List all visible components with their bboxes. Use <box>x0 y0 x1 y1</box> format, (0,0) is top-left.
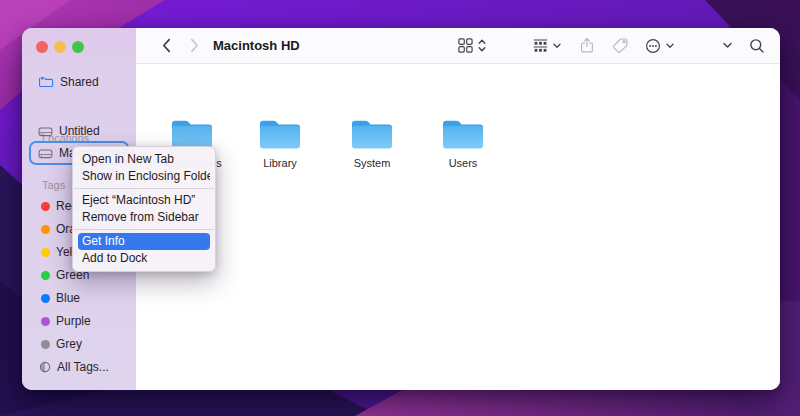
file-browser-area[interactable]: Applications Library System <box>136 64 780 390</box>
folder-label: System <box>354 157 391 169</box>
desktop: Shared Locations Untitled <box>0 0 800 416</box>
context-menu-item[interactable]: Remove from Sidebar <box>78 209 210 226</box>
minimize-window-button[interactable] <box>54 41 66 53</box>
tag-icon[interactable] <box>611 28 629 63</box>
zoom-window-button[interactable] <box>72 41 84 53</box>
sidebar-item-tag[interactable]: Purple <box>22 311 136 331</box>
hard-drive-icon <box>38 126 53 137</box>
folder-item[interactable]: System <box>330 116 414 169</box>
sidebar-item-shared[interactable]: Shared <box>22 72 136 92</box>
back-button[interactable] <box>157 28 175 63</box>
context-menu-item[interactable]: Show in Enclosing Folder <box>78 168 210 185</box>
tag-color-dot-icon <box>41 248 50 257</box>
window-title: Macintosh HD <box>213 28 300 63</box>
folder-icon <box>440 116 486 152</box>
folder-label: Library <box>263 157 297 169</box>
context-menu-separator <box>74 229 214 230</box>
sidebar-item-label: Blue <box>56 291 80 305</box>
group-by-chevron-icon[interactable] <box>552 28 562 63</box>
toolbar-overflow-chevron-icon[interactable] <box>721 28 733 63</box>
tag-color-dot-icon <box>41 271 50 280</box>
sidebar-item-label: All Tags... <box>57 360 109 374</box>
more-options-icon[interactable] <box>644 28 662 63</box>
context-menu-item[interactable]: Eject “Macintosh HD” <box>78 192 210 209</box>
sidebar-section-tags: Tags <box>42 179 65 191</box>
share-icon[interactable] <box>578 28 596 63</box>
sidebar-item-tag[interactable]: All Tags... <box>22 357 136 377</box>
context-menu: Open in New Tab Show in Enclosing Folder… <box>72 146 216 272</box>
close-window-button[interactable] <box>36 41 48 53</box>
sidebar-item-label: Untitled <box>59 124 100 138</box>
tag-color-dot-icon <box>41 317 50 326</box>
shared-folder-icon <box>38 76 54 88</box>
sidebar-item-label: Purple <box>56 314 91 328</box>
sidebar-item-label: Shared <box>60 75 99 89</box>
tag-color-dot-icon <box>41 202 50 211</box>
forward-button[interactable] <box>185 28 203 63</box>
tag-color-dot-icon <box>41 225 50 234</box>
sidebar-item-tag[interactable]: Blue <box>22 288 136 308</box>
folder-label: Users <box>449 157 478 169</box>
search-icon[interactable] <box>748 28 766 63</box>
folder-item[interactable]: Users <box>421 116 505 169</box>
context-menu-item-highlighted[interactable]: Get Info <box>78 233 210 250</box>
context-menu-separator <box>74 188 214 189</box>
context-menu-item[interactable]: Open in New Tab <box>78 151 210 168</box>
folder-item[interactable]: Library <box>238 116 322 169</box>
view-options-icon[interactable] <box>456 28 474 63</box>
tag-color-dot-icon <box>41 340 50 349</box>
more-options-chevron-icon[interactable] <box>665 28 675 63</box>
folder-icon <box>349 116 395 152</box>
sidebar-item-label: Grey <box>56 337 82 351</box>
view-selector-chevrons-icon[interactable] <box>477 28 487 63</box>
sidebar-item-tag[interactable]: Grey <box>22 334 136 354</box>
tag-color-dot-icon <box>41 294 50 303</box>
group-by-icon[interactable] <box>531 28 549 63</box>
folder-icon <box>257 116 303 152</box>
all-tags-icon <box>39 361 51 373</box>
sidebar-item-location[interactable]: Untitled <box>22 121 136 141</box>
context-menu-item[interactable]: Add to Dock <box>78 250 210 267</box>
